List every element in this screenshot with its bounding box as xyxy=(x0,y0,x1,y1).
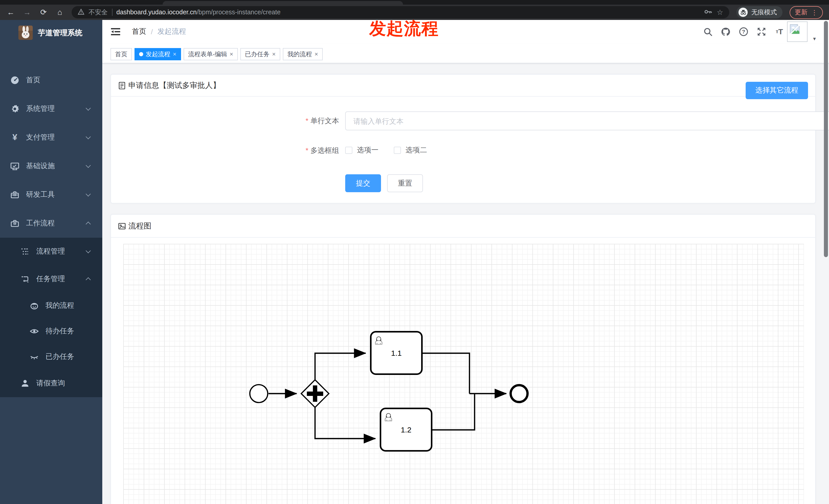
checkbox-option-2-label[interactable]: 选项二 xyxy=(405,146,427,155)
home-button[interactable]: ⌂ xyxy=(55,5,65,20)
screen: ← → ⟳ ⌂ 不安全 dashboard.yudao.iocoder.cn/b… xyxy=(0,0,829,504)
browser-update-button[interactable]: 更新 ⋮ xyxy=(790,6,823,18)
browser-tabstrip xyxy=(0,0,829,5)
page-header: 首页 / 发起流程 ? тT xyxy=(102,20,829,44)
tab-label: 我的流程 xyxy=(287,50,312,59)
sidebar-menu: 首页 系统管理 ¥ 支付管理 基础设施 xyxy=(0,66,102,397)
bpmn-canvas[interactable]: 1.1 1.2 xyxy=(123,244,804,504)
close-icon[interactable]: × xyxy=(315,51,318,57)
tab-label: 流程表单-编辑 xyxy=(188,50,227,59)
app-logo-row[interactable]: 芋道管理系统 xyxy=(0,20,102,45)
diagram-card-title: 流程图 xyxy=(129,221,151,231)
apply-info-card: 申请信息【测试多审批人】 选择其它流程 *单行文本 *多选框组 选项一 选项二 … xyxy=(110,74,816,203)
page-scrollbar-thumb[interactable] xyxy=(824,21,828,257)
incognito-icon xyxy=(738,8,748,17)
sidebar-item-my-process[interactable]: 我的流程 xyxy=(0,293,102,318)
user-icon xyxy=(21,379,30,388)
checkbox-option-1[interactable] xyxy=(345,147,352,154)
gear-icon xyxy=(10,104,20,114)
tab-label: 已办任务 xyxy=(245,50,269,59)
url-bar[interactable]: 不安全 dashboard.yudao.iocoder.cn/bpm/proce… xyxy=(72,6,729,18)
sidebar-item-label: 研发工具 xyxy=(26,190,55,199)
tab-start-process[interactable]: 发起流程 × xyxy=(135,48,181,60)
bpmn-user-task-1: 1.1 xyxy=(371,332,422,374)
browser-active-tab[interactable] xyxy=(163,1,403,5)
checkbox-group: 选项一 选项二 xyxy=(345,144,427,157)
forward-button[interactable]: → xyxy=(23,5,32,20)
bpmn-start-event xyxy=(250,385,268,402)
breadcrumb-home[interactable]: 首页 xyxy=(132,27,146,36)
eye-open-icon xyxy=(30,326,39,336)
flow-task2-to-merge xyxy=(432,394,475,430)
browser-menu-icon[interactable]: ⋮ xyxy=(811,8,818,16)
url-text: dashboard.yudao.iocoder.cn/bpm/process-i… xyxy=(116,9,281,16)
sidebar-item-label: 已办任务 xyxy=(45,352,74,361)
tab-my-process[interactable]: 我的流程 × xyxy=(283,48,323,60)
help-icon[interactable]: ? xyxy=(739,27,748,36)
submit-button[interactable]: 提交 xyxy=(345,174,381,192)
tree-list-icon xyxy=(21,247,30,256)
process-diagram-card: 流程图 xyxy=(110,214,816,504)
chevron-down-icon xyxy=(86,134,91,139)
choose-other-process-button[interactable]: 选择其它流程 xyxy=(746,82,808,99)
sidebar-item-workflow[interactable]: 工作流程 xyxy=(0,209,102,238)
omnibox-divider xyxy=(112,9,112,16)
sidebar-item-leave-query[interactable]: 请假查询 xyxy=(0,370,102,397)
sidebar-item-payment[interactable]: ¥ 支付管理 xyxy=(0,123,102,152)
briefcase-icon xyxy=(10,219,20,228)
back-button[interactable]: ← xyxy=(6,5,15,20)
flow-task1-to-merge xyxy=(422,353,469,394)
breadcrumb-current: 发起流程 xyxy=(157,27,186,36)
checkbox-option-1-label[interactable]: 选项一 xyxy=(357,146,379,155)
sidebar-item-system[interactable]: 系统管理 xyxy=(0,94,102,123)
reload-button[interactable]: ⟳ xyxy=(39,5,48,20)
sidebar-item-devtools[interactable]: 研发工具 xyxy=(0,181,102,209)
close-icon[interactable]: × xyxy=(230,51,233,57)
tab-done-tasks[interactable]: 已办任务 × xyxy=(240,48,280,60)
sidebar-toggle-icon[interactable] xyxy=(110,27,121,37)
required-mark: * xyxy=(305,117,309,125)
dashboard-icon xyxy=(10,76,20,85)
workflow-submenu: 流程管理 任务管理 我的流程 xyxy=(0,238,102,397)
github-icon[interactable] xyxy=(721,27,730,36)
sidebar-item-label: 流程管理 xyxy=(36,247,65,256)
security-label[interactable]: 不安全 xyxy=(88,8,108,16)
security-warning-icon xyxy=(78,8,84,16)
password-key-icon[interactable] xyxy=(705,8,713,16)
update-label: 更新 xyxy=(795,8,807,16)
sidebar-item-infra[interactable]: 基础设施 xyxy=(0,152,102,181)
tab-home[interactable]: 首页 xyxy=(110,48,132,60)
chevron-up-icon xyxy=(86,222,91,227)
url-host: dashboard.yudao.iocoder.cn xyxy=(116,9,196,16)
eye-closed-icon xyxy=(30,352,39,361)
chevron-down-icon xyxy=(86,163,91,168)
breadcrumb-separator: / xyxy=(151,28,153,36)
avatar-caret-icon[interactable]: ▼ xyxy=(812,36,817,41)
sidebar-item-label: 我的流程 xyxy=(45,301,74,310)
reset-button[interactable]: 重置 xyxy=(387,174,423,192)
sidebar-item-done-tasks[interactable]: 已办任务 xyxy=(0,344,102,370)
app-title: 芋道管理系统 xyxy=(38,28,82,38)
single-line-text-input[interactable] xyxy=(345,111,829,130)
chevron-up-icon xyxy=(86,277,91,282)
checkbox-option-2[interactable] xyxy=(394,147,401,154)
header-actions: ? тT xyxy=(703,20,784,43)
search-icon[interactable] xyxy=(703,27,712,36)
logo-image xyxy=(19,26,33,40)
font-size-icon[interactable]: тT xyxy=(775,27,784,36)
close-icon[interactable]: × xyxy=(173,51,176,57)
flow-gateway-to-task2 xyxy=(315,408,375,438)
bookmark-star-icon[interactable]: ☆ xyxy=(717,8,723,16)
tab-form-edit[interactable]: 流程表单-编辑 × xyxy=(184,48,238,60)
tags-view-bar: 首页 发起流程 × 流程表单-编辑 × 已办任务 × 我的流程 × xyxy=(102,43,829,64)
fullscreen-icon[interactable] xyxy=(757,27,766,36)
sidebar-item-label: 工作流程 xyxy=(26,219,55,228)
close-icon[interactable]: × xyxy=(272,51,276,57)
avatar[interactable] xyxy=(787,22,807,42)
sidebar-item-home[interactable]: 首页 xyxy=(0,66,102,94)
sidebar-item-task-mgmt[interactable]: 任务管理 xyxy=(0,265,102,293)
sidebar-item-process-mgmt[interactable]: 流程管理 xyxy=(0,238,102,265)
document-icon xyxy=(118,81,126,89)
sidebar-item-todo-tasks[interactable]: 待办任务 xyxy=(0,318,102,344)
sidebar-item-label: 基础设施 xyxy=(26,161,55,171)
